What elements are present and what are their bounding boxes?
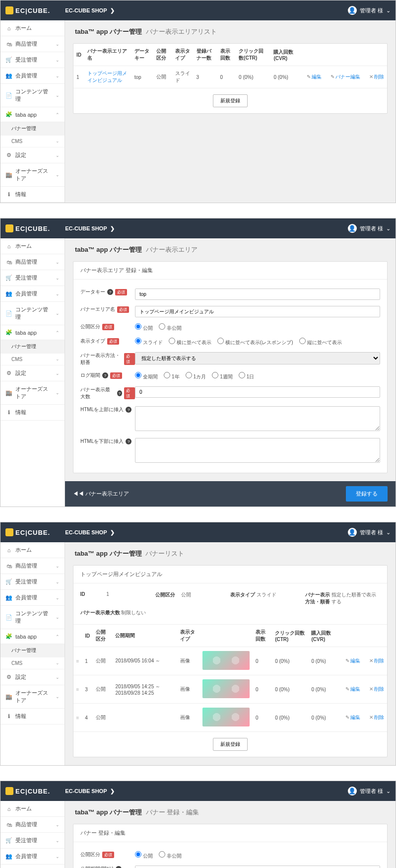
sidebar-item[interactable]: 🛒受注管理⌄ — [0, 833, 65, 849]
drag-handle-icon[interactable]: ≡ — [76, 715, 79, 721]
sidebar-item[interactable]: 🧩taba app⌃ — [0, 629, 65, 644]
pencil-icon: ✎ — [345, 686, 349, 692]
sidebar-item[interactable]: 👥会員管理⌄ — [0, 590, 65, 606]
sidebar-item[interactable]: 🛍商品管理⌄ — [0, 254, 65, 270]
sidebar-item[interactable]: 🛒受注管理⌄ — [0, 270, 65, 286]
nav-icon: ℹ — [5, 191, 12, 198]
sidebar-item[interactable]: 🧩taba app⌃ — [0, 325, 65, 340]
html-top-input[interactable] — [135, 406, 380, 431]
delete-link[interactable]: 削除 — [374, 715, 384, 720]
sidebar-item[interactable]: 🛍商品管理⌄ — [0, 36, 65, 52]
drag-handle-icon[interactable]: ≡ — [76, 687, 79, 692]
new-button[interactable]: 新規登録 — [213, 94, 248, 107]
nav-icon: ℹ — [5, 409, 12, 416]
radio-option[interactable]: 1カ月 — [186, 374, 206, 379]
sidebar-item[interactable]: ⚙設定⌄ — [0, 365, 65, 381]
radio-option[interactable]: 1週間 — [212, 374, 233, 379]
edit-link[interactable]: 編集 — [312, 74, 322, 79]
sidebar-item[interactable]: ℹ情報 — [0, 405, 65, 421]
radio-option[interactable]: 横に並べて表示(レスポンシブ) — [217, 340, 293, 345]
sidebar-item[interactable]: ℹ情報 — [0, 187, 65, 203]
save-button[interactable]: 登録する — [346, 486, 388, 502]
max-input[interactable] — [135, 386, 380, 398]
area-name-link[interactable]: トップページ用メインビジュアル — [87, 71, 127, 83]
sidebar-sub-item[interactable]: CMS⌄ — [0, 136, 65, 147]
nav-icon: 📄 — [5, 614, 12, 621]
edit-link[interactable]: 編集 — [350, 715, 360, 720]
nav-icon: ⌂ — [5, 25, 12, 31]
sidebar-item[interactable]: 📄コンテンツ管理⌄ — [0, 865, 65, 868]
order-select[interactable]: 指定した順番で表示する — [135, 352, 380, 364]
pub-radio: 公開非公開 — [135, 323, 380, 332]
sidebar-item[interactable]: 🏬オーナーズストア⌄ — [0, 685, 65, 709]
table-row: ≡1公開2018/09/05 16:04 ～画像00 (0%)0 (0%)✎編集… — [73, 647, 388, 675]
nav-icon: ⌂ — [5, 806, 12, 812]
radio-option[interactable]: 横に並べて表示 — [169, 340, 211, 345]
sidebar-item[interactable]: 👥会員管理⌄ — [0, 286, 65, 302]
delete-link[interactable]: 削除 — [374, 686, 384, 692]
help-icon[interactable]: ? — [107, 289, 113, 295]
sidebar-item[interactable]: ⌂ホーム — [0, 542, 65, 558]
radio-option[interactable]: 公開 — [135, 325, 153, 331]
pencil-icon: ✎ — [307, 74, 311, 79]
sidebar-item[interactable]: 🧩taba app⌃ — [0, 107, 65, 122]
sidebar-item[interactable]: 🛍商品管理⌄ — [0, 558, 65, 574]
sidebar-item[interactable]: 🏬オーナーズストア⌄ — [0, 381, 65, 405]
banner-thumbnail — [202, 651, 250, 670]
period-start-input[interactable] — [135, 866, 380, 868]
back-link[interactable]: ◀◀ バナー表示エリア — [73, 490, 129, 498]
sidebar-item[interactable]: 👥会員管理⌄ — [0, 68, 65, 84]
nav-icon: 🧩 — [5, 329, 12, 336]
radio-option[interactable]: 非公開 — [159, 325, 182, 331]
datakey-input[interactable] — [135, 289, 380, 300]
sidebar-item[interactable]: 🏬オーナーズストア⌄ — [0, 163, 65, 187]
banner-table: ID公開区分公開期間表示タイプ表示回数クリック回数(CTR)購入回数(CVR) … — [73, 625, 388, 732]
sidebar-sub-item[interactable]: バナー管理 — [0, 122, 65, 136]
sidebar-item[interactable]: ℹ情報 — [0, 709, 65, 724]
sidebar-item[interactable]: 📄コンテンツ管理⌄ — [0, 606, 65, 629]
radio-option[interactable]: スライド — [135, 340, 163, 345]
delete-link[interactable]: 削除 — [374, 74, 384, 79]
edit-link[interactable]: 編集 — [350, 658, 360, 663]
sidebar-item[interactable]: 👥会員管理⌄ — [0, 849, 65, 865]
radio-option[interactable]: 1年 — [164, 374, 180, 379]
nav-icon: 👥 — [5, 290, 12, 297]
sidebar-item[interactable]: ⚙設定⌄ — [0, 147, 65, 163]
nav-icon: 🛒 — [5, 579, 12, 585]
top-bar: EC|CUBE. EC-CUBE SHOP❯ 👤管理者 様⌄ — [0, 0, 396, 20]
sidebar-item[interactable]: 🛍商品管理⌄ — [0, 817, 65, 833]
new-button[interactable]: 新規登録 — [213, 738, 248, 751]
pencil-icon: ✎ — [345, 658, 349, 663]
sidebar-item[interactable]: ⌂ホーム — [0, 801, 65, 817]
area-table: IDバナー表示エリア名データキー公開区分表示タイプ登録バナー数表示回数クリック回… — [73, 44, 387, 88]
sidebar-item[interactable]: 🛒受注管理⌄ — [0, 52, 65, 68]
sidebar-item[interactable]: 📄コンテンツ管理⌄ — [0, 302, 65, 325]
radio-option[interactable]: 1日 — [239, 374, 255, 379]
edit-link[interactable]: 編集 — [350, 686, 360, 692]
user-menu[interactable]: 👤管理者 様⌄ — [348, 6, 391, 15]
nav-icon: ⚙ — [5, 152, 12, 158]
banner-edit-link[interactable]: バナー編集 — [335, 74, 360, 79]
sidebar-item[interactable]: 📄コンテンツ管理⌄ — [0, 84, 65, 107]
sidebar-sub-item[interactable]: バナー管理 — [0, 340, 65, 354]
sidebar-sub-item[interactable]: CMS⌄ — [0, 657, 65, 669]
sidebar-sub-item[interactable]: バナー管理 — [0, 644, 65, 657]
radio-option[interactable]: 全期間 — [135, 374, 158, 379]
close-icon: ✕ — [369, 74, 373, 79]
nav-icon: 🛍 — [5, 259, 12, 265]
radio-option[interactable]: 縦に並べて表示 — [299, 340, 342, 345]
sidebar-item[interactable]: ⌂ホーム — [0, 238, 65, 254]
sidebar-sub-item[interactable]: CMS⌄ — [0, 354, 65, 365]
drag-handle-icon[interactable]: ≡ — [76, 658, 79, 664]
table-row: ≡4公開画像00 (0%)0 (0%)✎編集✕削除 — [73, 704, 388, 732]
name-input[interactable] — [135, 306, 380, 317]
radio-option[interactable]: 非公開 — [159, 853, 182, 859]
sidebar-item[interactable]: 🛒受注管理⌄ — [0, 574, 65, 590]
sidebar-item[interactable]: ⌂ホーム — [0, 20, 65, 36]
delete-link[interactable]: 削除 — [374, 658, 384, 663]
shop-name[interactable]: EC-CUBE SHOP❯ — [65, 7, 114, 14]
html-bot-input[interactable] — [135, 438, 380, 463]
sidebar-item[interactable]: ⚙設定⌄ — [0, 669, 65, 685]
radio-option[interactable]: 公開 — [135, 853, 153, 859]
pub-radio: 公開非公開 — [135, 851, 380, 860]
